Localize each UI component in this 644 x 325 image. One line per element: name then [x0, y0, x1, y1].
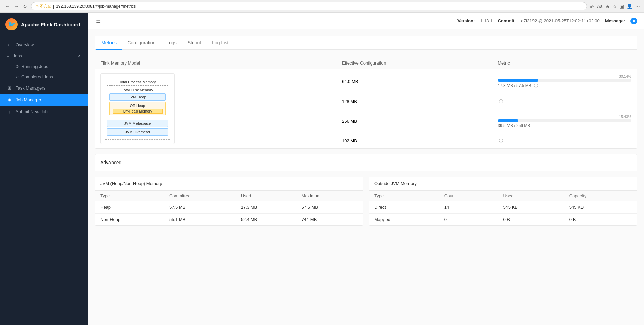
refresh-button[interactable]: ↻: [22, 3, 28, 10]
outside-jvm-title: Outside JVM Memory: [369, 177, 637, 191]
message-label: Message:: [605, 18, 625, 23]
sidebar-item-label-overview: Overview: [16, 42, 34, 47]
jvm-heap-progress-bar: [498, 79, 631, 82]
mapped-type: Mapped: [369, 214, 439, 226]
tab-icon[interactable]: ▣: [620, 4, 624, 9]
jvm-overhead-info-icon[interactable]: ⓘ: [499, 138, 503, 143]
sidebar-item-jobs[interactable]: ≡ Jobs ∧: [0, 51, 88, 61]
jvm-col-used: Used: [236, 191, 296, 201]
favorites-icon[interactable]: ☆: [613, 4, 617, 9]
table-row-memory-diagram: Total Process Memory Total Flink Memory …: [95, 69, 637, 94]
col-flink-memory-model: Flink Memory Model: [95, 57, 337, 69]
sidebar-item-job-manager[interactable]: ⊕ Job Manager: [0, 94, 88, 106]
jvm-heap-progress-fill: [498, 79, 538, 82]
top-header-left: ☰: [95, 16, 102, 25]
total-process-label: Total Process Memory: [107, 80, 168, 84]
address-bar[interactable]: ⚠ 不安全 | 192.168.139.20:8081/#/job-manage…: [31, 2, 587, 10]
col-effective-config: Effective Configuration: [337, 57, 492, 69]
outside-jvm-table: Type Count Used Capacity Direct 14 545 K…: [369, 191, 637, 225]
tab-metrics[interactable]: Metrics: [96, 36, 122, 50]
sidebar-item-label-jobs: Jobs: [13, 53, 22, 58]
browser-nav[interactable]: ← → ↻: [4, 3, 28, 10]
advanced-header: Advanced: [95, 154, 637, 171]
advanced-tables-row: JVM (Heap/Non-Heap) Memory Type Committe…: [95, 177, 637, 226]
tab-stdout[interactable]: Stdout: [182, 36, 206, 50]
sidebar-item-completed-jobs[interactable]: ⊙ Completed Jobs: [0, 72, 88, 82]
translate-icon[interactable]: ☍: [590, 4, 594, 9]
profile-icon[interactable]: 👤: [627, 4, 633, 9]
separator: |: [53, 4, 54, 9]
top-header: ☰ Version: 1.13.1 Commit: a7f3192 @ 2021…: [88, 13, 644, 29]
header-info: Version: 1.13.1 Commit: a7f3192 @ 2021-0…: [457, 18, 637, 24]
jvm-nonheap-committed: 55.1 MB: [164, 214, 236, 226]
jvm-overhead-effective: 192 MB: [337, 133, 492, 148]
mapped-used: 0 B: [498, 214, 564, 226]
jvm-nonheap-max: 744 MB: [296, 214, 363, 226]
tab-configuration[interactable]: Configuration: [122, 36, 161, 50]
off-heap-metric: ⓘ: [492, 94, 637, 109]
memory-diagram: Total Process Memory Total Flink Memory …: [100, 73, 175, 144]
tabs: Metrics Configuration Logs Stdout Log Li…: [95, 36, 637, 50]
jvm-col-committed: Committed: [164, 191, 236, 201]
jvm-heap-progress-container: 30.14% 17.3 MB / 57.5 MB ⓘ: [498, 74, 631, 89]
tab-log-list[interactable]: Log List: [206, 36, 234, 50]
off-heap-memory-block: Off-Heap Memory: [113, 109, 163, 114]
jvm-overhead-block: JVM Overhead: [107, 128, 168, 136]
jobs-icon: ≡: [7, 53, 9, 58]
jvm-heap-committed: 57.5 MB: [164, 201, 236, 214]
off-heap-label: Off-Heap: [113, 104, 163, 108]
table-row: Direct 14 545 KB 545 KB: [369, 201, 637, 214]
jvm-heap-info-icon[interactable]: ⓘ: [534, 83, 538, 88]
app-title: Apache Flink Dashboard: [21, 22, 80, 27]
sidebar-item-running-jobs[interactable]: ⊙ Running Jobs: [0, 61, 88, 72]
job-manager-icon: ⊕: [7, 97, 12, 102]
more-icon[interactable]: ⋯: [635, 4, 640, 9]
table-row: Mapped 0 0 B 0 B: [369, 214, 637, 226]
reader-icon[interactable]: Aa: [597, 4, 603, 9]
back-button[interactable]: ←: [4, 3, 11, 10]
table-row: Heap 57.5 MB 17.3 MB 57.5 MB: [95, 201, 363, 214]
jvm-metaspace-progress-container: 15.43% 39.5 MB / 256 MB: [498, 115, 631, 128]
direct-count: 14: [439, 201, 498, 214]
sidebar-item-label-job-manager: Job Manager: [16, 97, 41, 102]
tab-logs[interactable]: Logs: [161, 36, 182, 50]
jvm-heap-used: 17.3 MB: [236, 201, 296, 214]
jvm-heap-block: JVM Heap: [109, 93, 166, 101]
jvm-metaspace-progress-sub: 39.5 MB / 256 MB: [498, 123, 631, 128]
sidebar-item-label-task-managers: Task Managers: [16, 85, 45, 91]
direct-used: 545 KB: [498, 201, 564, 214]
task-managers-icon: ⊞: [7, 85, 12, 91]
sidebar-item-label-submit-new-job: Submit New Job: [16, 109, 48, 114]
jvm-heap-metric: 30.14% 17.3 MB / 57.5 MB ⓘ: [492, 69, 637, 94]
jvm-col-maximum: Maximum: [296, 191, 363, 201]
memory-model-card: Flink Memory Model Effective Configurati…: [95, 57, 637, 149]
jvm-nonheap-used: 52.4 MB: [236, 214, 296, 226]
commit-value: a7f3192 @ 2021-05-25T12:02:11+02:00: [521, 18, 600, 23]
content-area: Metrics Configuration Logs Stdout Log Li…: [88, 29, 644, 325]
jvm-heap-type: Heap: [95, 201, 164, 214]
sidebar-item-label-completed-jobs: Completed Jobs: [21, 74, 53, 79]
jvm-metaspace-progress-label: 15.43%: [498, 115, 631, 119]
outside-col-type: Type: [369, 191, 439, 201]
memory-table: Flink Memory Model Effective Configurati…: [95, 57, 637, 148]
memory-diagram-cell: Total Process Memory Total Flink Memory …: [95, 69, 337, 148]
overview-icon: ○: [7, 42, 12, 47]
forward-button[interactable]: →: [13, 3, 20, 10]
menu-toggle-button[interactable]: ☰: [95, 16, 102, 25]
jvm-heap-max: 57.5 MB: [296, 201, 363, 214]
off-heap-info-icon[interactable]: ⓘ: [499, 99, 503, 104]
browser-actions: ☍ Aa ★ ☆ ▣ 👤 ⋯: [590, 4, 640, 9]
sidebar-header: 🐦 Apache Flink Dashboard: [0, 13, 88, 36]
jvm-metaspace-effective: 256 MB: [337, 109, 492, 133]
sidebar-nav: ○ Overview ≡ Jobs ∧ ⊙ Running Jobs ⊙ Com…: [0, 36, 88, 325]
jvm-memory-table: Type Committed Used Maximum Heap 57.5 MB…: [95, 191, 363, 225]
message-badge[interactable]: 0: [630, 18, 637, 24]
bookmark-star-icon[interactable]: ★: [605, 4, 610, 9]
outside-col-count: Count: [439, 191, 498, 201]
jvm-nonheap-type: Non-Heap: [95, 214, 164, 226]
sidebar-item-task-managers[interactable]: ⊞ Task Managers: [0, 82, 88, 94]
sidebar-jobs-children: ⊙ Running Jobs ⊙ Completed Jobs: [0, 61, 88, 82]
outside-jvm-card: Outside JVM Memory Type Count Used Capac…: [369, 177, 637, 226]
sidebar-item-overview[interactable]: ○ Overview: [0, 39, 88, 51]
sidebar-item-submit-new-job[interactable]: ↑ Submit New Job: [0, 106, 88, 118]
